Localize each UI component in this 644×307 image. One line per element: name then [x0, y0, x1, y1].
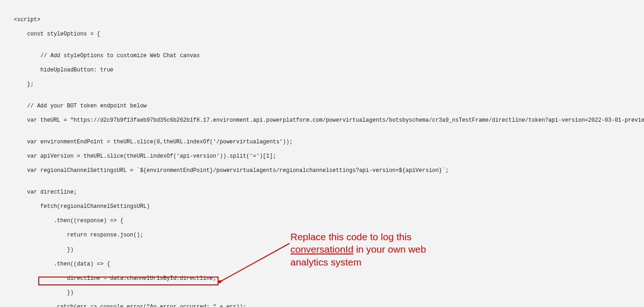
code-line: })	[14, 247, 639, 254]
code-line: <script>	[14, 17, 639, 24]
code-line: return response.json();	[14, 232, 639, 239]
code-line: var regionalChannelSettingsURL = `${envi…	[14, 167, 639, 175]
code-line: fetch(regionalChannelSettingsURL)	[14, 203, 639, 211]
code-line: var apiVersion = theURL.slice(theURL.ind…	[14, 153, 639, 160]
code-line: .then((response) => {	[14, 218, 639, 225]
code-line: var environmentEndPoint = theURL.slice(0…	[14, 139, 639, 146]
code-line: })	[14, 289, 639, 297]
code-line: directline = data.channelUrlsById.direct…	[14, 275, 639, 283]
code-line: .then((data) => {	[14, 261, 639, 268]
code-line: // Add styleOptions to customize Web Cha…	[14, 53, 639, 60]
code-line: // Add your BOT token endpoint below	[14, 103, 639, 110]
code-line: var theURL = "https://d2c97b9f13faeb97bd…	[14, 117, 639, 124]
code-line: hideUploadButton: true	[14, 67, 639, 74]
code-line: };	[14, 81, 639, 89]
code-line: var directline;	[14, 189, 639, 196]
code-block: <script> const styleOptions = { // Add s…	[0, 0, 644, 307]
code-line: const styleOptions = {	[14, 31, 639, 38]
code-line: .catch(err => console.error("An error oc…	[14, 304, 639, 307]
